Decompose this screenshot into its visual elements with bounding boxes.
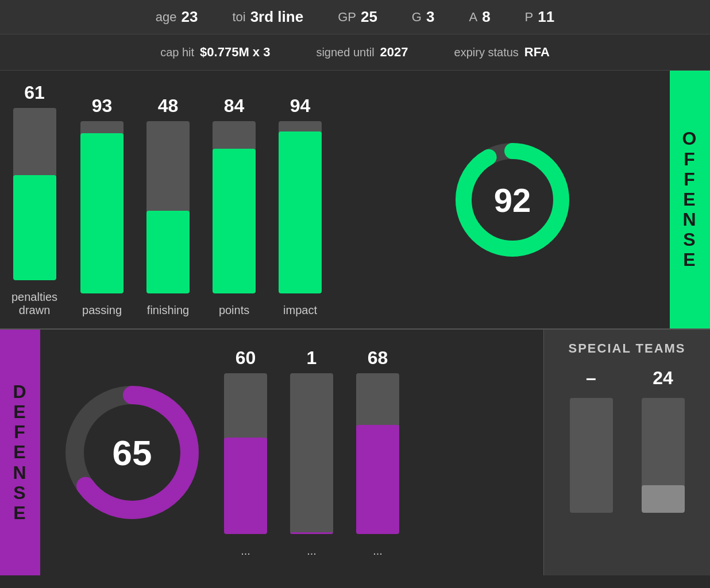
stat-age: age 23 — [156, 8, 198, 26]
stat-g-label: G — [412, 10, 422, 25]
offense-bar-track-1 — [80, 121, 124, 293]
stat-a-label: A — [469, 10, 477, 25]
contract-expiry: expiry status RFA — [454, 45, 550, 60]
stat-p-label: P — [525, 10, 534, 25]
defense-bar-track-2 — [356, 373, 399, 534]
stat-toi: toi 3rd line — [232, 8, 303, 26]
offense-bar-track-0 — [13, 108, 56, 280]
cap-hit-label: cap hit — [160, 46, 194, 59]
defense-bar-fill-0 — [224, 438, 267, 534]
defense-donut-wrapper: 65 — [57, 378, 207, 527]
offense-bar-fill-1 — [80, 133, 124, 293]
special-teams-title: SPECIAL TEAMS — [555, 341, 699, 356]
defense-donut-score: 65 — [113, 432, 152, 473]
defense-bar-score-0: 60 — [236, 347, 256, 369]
stat-p: P 11 — [525, 8, 555, 26]
offense-bar-3: 84 points — [213, 95, 256, 317]
stat-p-value: 11 — [538, 8, 554, 26]
defense-side-label: D E F E N S E — [0, 330, 40, 575]
defense-bar-fill-2 — [356, 425, 399, 534]
offense-bar-score-2: 48 — [158, 95, 179, 117]
offense-bar-score-3: 84 — [224, 95, 245, 117]
offense-bar-fill-4 — [279, 131, 322, 293]
special-teams-bars: – 24 — [555, 368, 699, 513]
offense-main: 61 penaltiesdrawn 93 passing 48 finishin… — [0, 71, 344, 328]
offense-bar-label-0: penaltiesdrawn — [11, 291, 57, 317]
offense-bar-score-0: 61 — [24, 82, 45, 103]
defense-bar-track-1 — [290, 373, 333, 534]
st-bar-score-0: – — [586, 368, 596, 389]
defense-bar-label-1: ... — [307, 544, 317, 558]
defense-bar-track-0 — [224, 373, 267, 534]
offense-bar-fill-0 — [13, 175, 56, 280]
st-bar-track-1 — [642, 398, 685, 513]
defense-bar-fill-1 — [290, 532, 333, 534]
offense-bar-fill-2 — [146, 211, 190, 293]
offense-donut-score: 92 — [494, 180, 531, 219]
offense-bar-track-3 — [213, 121, 256, 293]
offense-bar-1: 93 passing — [80, 95, 124, 317]
offense-bar-score-4: 94 — [290, 95, 311, 117]
offense-bar-2: 48 finishing — [146, 95, 190, 317]
offense-bar-4: 94 impact — [279, 95, 322, 317]
offense-bar-fill-3 — [213, 149, 256, 293]
st-bar-0: – — [570, 368, 613, 513]
defense-bars-row: 60 ... 1 ... 68 ... — [224, 347, 532, 558]
stat-gp-label: GP — [338, 10, 356, 25]
offense-donut-area: 92 — [355, 71, 670, 328]
offense-bar-label-2: finishing — [147, 304, 189, 317]
contract-signed: signed until 2027 — [316, 45, 408, 60]
stat-toi-label: toi — [232, 10, 245, 25]
offense-bar-label-4: impact — [283, 304, 317, 317]
stat-gp: GP 25 — [338, 8, 377, 26]
offense-bar-label-3: points — [219, 304, 249, 317]
offense-bar-track-4 — [279, 121, 322, 293]
contract-cap-hit: cap hit $0.775M x 3 — [160, 45, 270, 60]
stat-toi-value: 3rd line — [250, 8, 303, 26]
offense-bar-0: 61 penaltiesdrawn — [11, 82, 57, 317]
offense-bar-label-1: passing — [82, 304, 122, 317]
defense-bar-score-2: 68 — [368, 347, 388, 369]
stat-a: A 8 — [469, 8, 490, 26]
signed-label: signed until — [316, 46, 374, 59]
top-stats-bar: age 23 toi 3rd line GP 25 G 3 A 8 P 11 — [0, 0, 710, 34]
offense-bar-score-1: 93 — [92, 95, 113, 117]
st-bar-fill-1 — [642, 485, 685, 513]
stat-gp-value: 25 — [361, 8, 377, 26]
defense-main: 65 60 ... 1 ... 68 ... — [40, 330, 543, 575]
signed-value: 2027 — [380, 45, 408, 60]
offense-bar-track-2 — [146, 121, 190, 293]
defense-bar-label-2: ... — [373, 544, 383, 558]
st-bar-track-0 — [570, 398, 613, 513]
cap-hit-value: $0.775M x 3 — [200, 45, 270, 60]
offense-donut-wrapper: 92 — [449, 137, 576, 263]
contract-bar: cap hit $0.775M x 3 signed until 2027 ex… — [0, 34, 710, 71]
stat-g: G 3 — [412, 8, 435, 26]
stat-age-label: age — [156, 10, 177, 25]
special-teams-panel: SPECIAL TEAMS – 24 — [543, 330, 710, 575]
defense-bar-1: 1 ... — [290, 347, 333, 558]
defense-bar-2: 68 ... — [356, 347, 399, 558]
stat-g-value: 3 — [426, 8, 434, 26]
stat-a-value: 8 — [482, 8, 490, 26]
expiry-label: expiry status — [454, 46, 519, 59]
st-bar-1: 24 — [642, 368, 685, 513]
defense-bar-0: 60 ... — [224, 347, 267, 558]
defense-section: D E F E N S E 65 60 ... 1 ... 68 — [0, 328, 710, 575]
offense-bars-row: 61 penaltiesdrawn 93 passing 48 finishin… — [11, 82, 326, 323]
defense-bar-score-1: 1 — [307, 347, 317, 369]
offense-section: 61 penaltiesdrawn 93 passing 48 finishin… — [0, 71, 710, 328]
st-bar-score-1: 24 — [653, 368, 673, 389]
expiry-value: RFA — [524, 45, 550, 60]
offense-side-label: O F F E N S E — [670, 71, 710, 328]
stat-age-value: 23 — [181, 8, 198, 26]
defense-bar-label-0: ... — [241, 544, 250, 558]
